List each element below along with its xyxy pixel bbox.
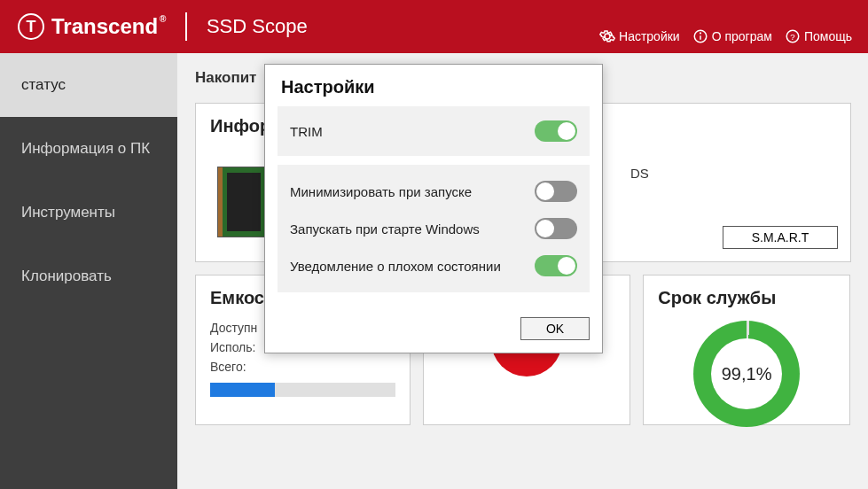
app-header: T Transcend® SSD Scope Настройки О прогр… bbox=[0, 0, 868, 53]
os-fragment: DS bbox=[630, 166, 649, 181]
trim-toggle[interactable] bbox=[535, 120, 577, 142]
help-label: Помощь bbox=[804, 29, 852, 43]
app-title: SSD Scope bbox=[207, 15, 308, 38]
setting-label: Уведомление о плохом состоянии bbox=[290, 259, 501, 274]
setting-label: Запускать при старте Windows bbox=[290, 221, 480, 237]
lifespan-card: Срок службы 99,1% bbox=[643, 275, 850, 425]
sidebar-item-label: Информация о ПК bbox=[21, 140, 150, 158]
setting-label: TRIM bbox=[290, 124, 323, 139]
settings-label: Настройки bbox=[619, 29, 680, 43]
launch-windows-toggle[interactable] bbox=[535, 218, 577, 239]
gear-icon bbox=[599, 28, 615, 44]
lifespan-title: Срок службы bbox=[658, 288, 835, 308]
sidebar-item-status[interactable]: статус bbox=[0, 53, 177, 117]
setting-minimize-start: Минимизировать при запуске bbox=[290, 181, 577, 202]
setting-launch-windows: Запускать при старте Windows bbox=[290, 218, 577, 239]
about-button[interactable]: О програм bbox=[692, 28, 772, 44]
brand-logo-group: T Transcend® bbox=[18, 13, 166, 40]
sidebar-item-clone[interactable]: Клонировать bbox=[0, 244, 177, 308]
setting-trim: TRIM bbox=[278, 106, 590, 156]
setting-label: Минимизировать при запуске bbox=[290, 184, 472, 199]
about-label: О програм bbox=[712, 29, 772, 43]
setting-group: Минимизировать при запуске Запускать при… bbox=[278, 165, 590, 292]
info-icon bbox=[692, 28, 708, 44]
minimize-start-toggle[interactable] bbox=[535, 181, 577, 202]
brand-registered: ® bbox=[160, 14, 166, 24]
help-button[interactable]: ? Помощь bbox=[785, 28, 852, 44]
sidebar-item-label: Инструменты bbox=[21, 204, 115, 221]
sidebar: статус Информация о ПК Инструменты Клони… bbox=[0, 53, 177, 489]
sidebar-item-tools[interactable]: Инструменты bbox=[0, 181, 177, 244]
lifespan-donut-icon: 99,1% bbox=[693, 321, 800, 427]
ssd-illustration-icon bbox=[217, 167, 270, 237]
sidebar-item-label: статус bbox=[21, 76, 66, 94]
header-divider bbox=[185, 12, 187, 41]
brand-mark-icon: T bbox=[18, 13, 44, 40]
settings-modal: Настройки TRIM Минимизировать при запуск… bbox=[264, 64, 603, 353]
smart-button[interactable]: S.M.A.R.T bbox=[723, 226, 838, 249]
ok-button[interactable]: OK bbox=[520, 317, 590, 340]
svg-text:?: ? bbox=[790, 32, 795, 42]
help-icon: ? bbox=[785, 28, 801, 44]
sidebar-item-label: Клонировать bbox=[21, 268, 112, 285]
capacity-bar-fill bbox=[210, 383, 275, 397]
lifespan-value: 99,1% bbox=[722, 364, 772, 384]
setting-bad-health-notify: Уведомление о плохом состоянии bbox=[290, 255, 577, 276]
capacity-total: Всего: bbox=[210, 360, 395, 374]
sidebar-item-pc-info[interactable]: Информация о ПК bbox=[0, 117, 177, 181]
settings-button[interactable]: Настройки bbox=[599, 28, 680, 44]
brand-name: Transcend bbox=[51, 14, 158, 38]
bad-health-notify-toggle[interactable] bbox=[535, 255, 577, 276]
settings-modal-title: Настройки bbox=[265, 65, 602, 106]
capacity-bar bbox=[210, 383, 395, 397]
